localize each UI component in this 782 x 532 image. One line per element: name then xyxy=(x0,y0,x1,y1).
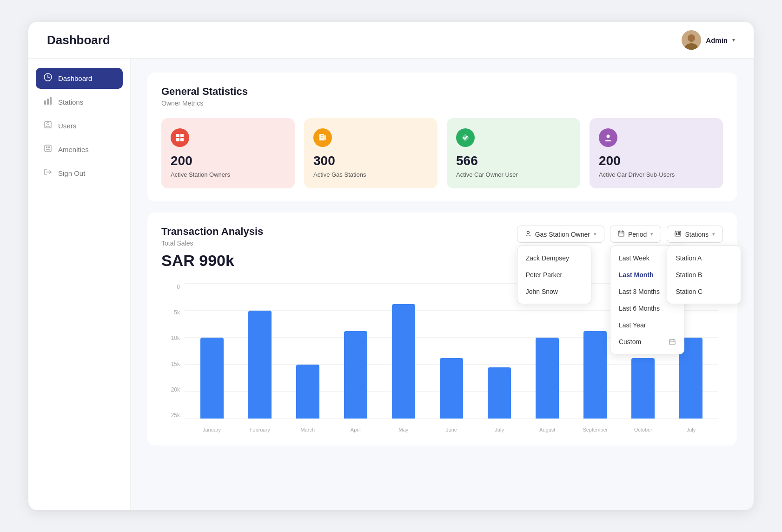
stations-filter-label: Stations xyxy=(685,231,709,238)
amenities-icon xyxy=(43,144,53,155)
svg-rect-31 xyxy=(675,231,681,236)
y-label-15k: 15k xyxy=(161,361,180,367)
bar-9 xyxy=(631,358,655,419)
y-label-25k: 25k xyxy=(161,412,180,419)
svg-point-8 xyxy=(47,123,49,125)
bar-group-april xyxy=(333,284,378,419)
svg-rect-23 xyxy=(618,231,624,236)
owner-option-1[interactable]: Zack Dempsey xyxy=(517,250,591,266)
x-label-7: August xyxy=(525,427,570,432)
stations-filter-icon xyxy=(675,230,681,238)
owner-filter-icon xyxy=(525,230,531,238)
svg-point-1 xyxy=(688,34,695,42)
bar-2 xyxy=(296,365,319,419)
svg-rect-27 xyxy=(669,339,675,345)
owner-option-3[interactable]: John Snow xyxy=(517,283,591,300)
owner-dropdown: Zack Dempsey Peter Parker John Snow xyxy=(517,246,591,304)
stat-label-car-driver: Active Car Driver Sub-Users xyxy=(599,171,714,178)
svg-rect-32 xyxy=(676,233,677,235)
owner-filter-button[interactable]: Gas Station Owner ▾ xyxy=(517,226,604,243)
x-label-4: May xyxy=(381,427,426,432)
owner-option-2[interactable]: Peter Parker xyxy=(517,266,591,283)
x-label-9: October xyxy=(621,427,666,432)
bar-8 xyxy=(583,331,607,419)
stat-card-car-driver: 200 Active Car Driver Sub-Users xyxy=(590,118,723,188)
svg-rect-5 xyxy=(47,99,49,105)
svg-rect-17 xyxy=(180,138,184,141)
main-layout: Dashboard Stations xyxy=(28,59,754,510)
users-icon xyxy=(43,120,53,131)
stations-filter-wrapper: Stations ▾ Station A Station B Station C xyxy=(667,226,723,243)
stat-card-car-owners: 566 Active Car Owner User xyxy=(447,118,580,188)
owner-filter-wrapper: Gas Station Owner ▾ Zack Dempsey Peter P… xyxy=(517,226,604,243)
x-label-3: April xyxy=(333,427,378,432)
filters-row: Gas Station Owner ▾ Zack Dempsey Peter P… xyxy=(517,226,723,243)
sidebar-item-signout[interactable]: Sign Out xyxy=(36,163,123,184)
stations-icon xyxy=(43,97,53,107)
stat-number-car-owners: 566 xyxy=(456,153,571,168)
bar-7 xyxy=(536,338,559,419)
period-option-5[interactable]: Last Year xyxy=(610,317,684,333)
transaction-header: Transaction Analysis Total Sales xyxy=(161,226,723,247)
stat-number-car-driver: 200 xyxy=(599,153,714,168)
stat-icon-car-driver xyxy=(599,128,617,147)
bar-1 xyxy=(248,311,272,419)
svg-rect-10 xyxy=(46,146,47,148)
svg-point-22 xyxy=(527,232,529,234)
bar-group-february xyxy=(237,284,282,419)
header: Dashboard Admin ▾ xyxy=(28,22,754,59)
stat-label-gas-stations: Active Gas Stations xyxy=(313,171,428,178)
x-label-5: June xyxy=(429,427,474,432)
svg-rect-6 xyxy=(50,97,52,105)
svg-rect-33 xyxy=(678,232,680,235)
x-label-2: March xyxy=(285,427,330,432)
transaction-subtitle: Total Sales xyxy=(161,239,263,247)
transaction-title-block: Transaction Analysis Total Sales xyxy=(161,226,263,247)
sidebar-label-users: Users xyxy=(58,122,76,130)
x-label-1: February xyxy=(237,427,282,432)
bar-group-july xyxy=(477,284,522,419)
bar-6 xyxy=(488,367,511,419)
general-statistics-title: General Statistics xyxy=(161,86,723,98)
sidebar-item-dashboard[interactable]: Dashboard xyxy=(36,68,123,89)
period-filter-wrapper: Period ▾ Last Week Last Month Last 3 Mon… xyxy=(610,226,661,243)
station-option-3[interactable]: Station C xyxy=(667,283,741,300)
sidebar-item-stations[interactable]: Stations xyxy=(36,92,123,113)
period-filter-button[interactable]: Period ▾ xyxy=(610,226,661,243)
bar-group-january xyxy=(189,284,234,419)
y-label-20k: 20k xyxy=(161,386,180,393)
sidebar-item-amenities[interactable]: Amenities xyxy=(36,139,123,160)
sidebar-item-users[interactable]: Users xyxy=(36,115,123,136)
y-label-5k: 5k xyxy=(161,309,180,316)
sidebar-label-stations: Stations xyxy=(58,98,83,106)
owner-filter-chevron-icon: ▾ xyxy=(594,231,596,237)
general-statistics-card: General Statistics Owner Metrics xyxy=(147,73,737,201)
period-filter-chevron-icon: ▾ xyxy=(650,231,653,237)
station-option-1[interactable]: Station A xyxy=(667,250,741,266)
period-filter-icon xyxy=(618,230,624,238)
bar-group-march xyxy=(285,284,330,419)
period-option-custom[interactable]: Custom xyxy=(610,333,684,350)
y-label-10k: 10k xyxy=(161,335,180,341)
stations-dropdown: Station A Station B Station C xyxy=(667,246,741,304)
page-title: Dashboard xyxy=(47,33,110,47)
stat-icon-station-owners xyxy=(171,128,189,147)
svg-rect-16 xyxy=(176,138,179,141)
station-option-2[interactable]: Station B xyxy=(667,266,741,283)
stat-label-station-owners: Active Station Owners xyxy=(171,171,285,178)
stat-label-car-owners: Active Car Owner User xyxy=(456,171,571,178)
stat-icon-car-owners xyxy=(456,128,475,147)
avatar xyxy=(682,30,701,50)
app-container: Dashboard Admin ▾ xyxy=(28,22,754,510)
sidebar-label-amenities: Amenities xyxy=(58,146,89,153)
x-label-10: July xyxy=(669,427,714,432)
y-label-0: 0 xyxy=(161,284,180,290)
stations-filter-button[interactable]: Stations ▾ xyxy=(667,226,723,243)
bar-group-june xyxy=(429,284,474,419)
owner-filter-label: Gas Station Owner xyxy=(535,231,590,238)
user-menu[interactable]: Admin ▾ xyxy=(682,30,735,50)
chart-x-labels: JanuaryFebruaryMarchAprilMayJuneJulyAugu… xyxy=(185,427,718,432)
bar-0 xyxy=(200,338,224,419)
svg-point-21 xyxy=(607,135,610,138)
transaction-analysis-card: Transaction Analysis Total Sales xyxy=(147,213,737,446)
